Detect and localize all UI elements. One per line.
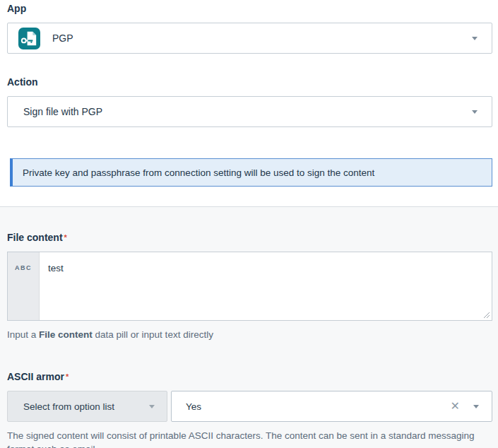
required-asterisk: *	[64, 233, 67, 242]
required-asterisk: *	[66, 372, 69, 381]
chevron-down-icon	[149, 405, 155, 408]
chevron-down-icon	[472, 110, 478, 114]
chevron-down-icon	[472, 37, 478, 40]
ascii-armor-help-text: The signed content will consist of print…	[7, 429, 492, 448]
resize-handle-icon[interactable]	[483, 312, 490, 319]
app-field-label: App	[7, 3, 492, 14]
info-banner-text: Private key and passphrase from connecti…	[23, 167, 374, 178]
info-banner: Private key and passphrase from connecti…	[10, 158, 492, 187]
form-top-section: App PGP Action Sign file with PGP Privat…	[0, 0, 498, 187]
ascii-armor-field-label: ASCII armor*	[7, 371, 492, 382]
input-type-toggle[interactable]: ABC	[8, 252, 40, 320]
file-content-textarea[interactable]: test	[40, 252, 492, 320]
app-dropdown-value: PGP	[52, 33, 73, 44]
chevron-down-icon	[473, 405, 479, 408]
file-content-input-group: ABC test	[7, 252, 492, 321]
action-field-label: Action	[7, 76, 492, 88]
pgp-file-key-icon	[18, 28, 40, 49]
action-dropdown[interactable]: Sign file with PGP	[7, 96, 492, 127]
file-content-help-text: Input a File content data pill or input …	[7, 328, 492, 341]
app-dropdown[interactable]: PGP	[7, 23, 492, 54]
form-bottom-section: File content* ABC test Input a File cont…	[0, 207, 498, 448]
text-type-indicator: ABC	[15, 264, 32, 320]
ascii-armor-row: Select from option list Yes ✕	[7, 391, 492, 422]
action-dropdown-value: Sign file with PGP	[8, 106, 102, 117]
ascii-armor-value: Yes	[186, 401, 201, 412]
clear-icon[interactable]: ✕	[449, 399, 461, 413]
option-list-button-label: Select from option list	[23, 401, 114, 412]
select-from-option-list-button[interactable]: Select from option list	[7, 391, 167, 422]
file-content-field-label: File content*	[7, 232, 492, 243]
ascii-armor-value-dropdown[interactable]: Yes ✕	[171, 391, 492, 422]
